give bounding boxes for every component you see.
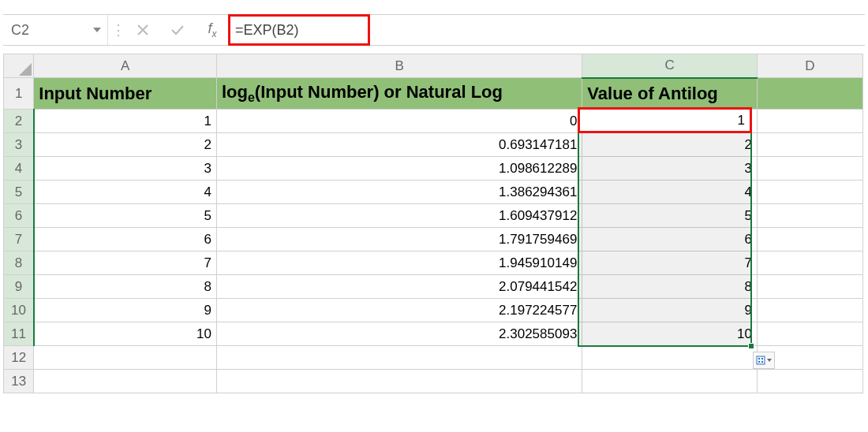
- fill-handle[interactable]: [748, 343, 754, 349]
- row-header-1[interactable]: 1: [4, 78, 34, 110]
- table-row: 431.0986122893: [4, 157, 863, 181]
- cell-C13[interactable]: [582, 370, 758, 393]
- table-row: 11102.30258509310: [4, 322, 863, 346]
- cell-D7[interactable]: [757, 228, 862, 251]
- cell-A11[interactable]: 10: [34, 322, 217, 346]
- cell-B2[interactable]: 0: [216, 110, 582, 133]
- col-header-C[interactable]: C: [582, 54, 758, 78]
- cell-C4[interactable]: 3: [582, 157, 758, 181]
- cell-B1[interactable]: loge(Input Number) or Natural Log: [216, 78, 582, 110]
- row-header-2[interactable]: 2: [4, 110, 34, 133]
- cell-B3[interactable]: 0.693147181: [216, 133, 582, 157]
- cell-C11[interactable]: 10: [582, 322, 758, 346]
- col-header-B[interactable]: B: [216, 54, 582, 78]
- row-header-4[interactable]: 4: [4, 157, 34, 181]
- cell-A2[interactable]: 1: [34, 110, 217, 133]
- svg-marker-0: [93, 28, 101, 32]
- name-box[interactable]: C2: [3, 15, 86, 45]
- row-header-6[interactable]: 6: [4, 204, 34, 228]
- cell-B7[interactable]: 1.791759469: [216, 228, 582, 251]
- cell-A9[interactable]: 8: [34, 275, 217, 299]
- cell-B4[interactable]: 1.098612289: [216, 157, 582, 181]
- cell-D6[interactable]: [757, 204, 862, 228]
- cell-C8[interactable]: 7: [582, 251, 758, 275]
- column-headers-row: A B C D: [4, 54, 863, 78]
- svg-rect-3: [761, 358, 763, 359]
- cell-C10[interactable]: 9: [582, 299, 758, 322]
- cell-B11[interactable]: 2.302585093: [216, 322, 582, 346]
- table-row: 13: [4, 370, 863, 393]
- cell-A1[interactable]: Input Number: [34, 78, 217, 110]
- row-header-8[interactable]: 8: [4, 251, 34, 275]
- row-header-5[interactable]: 5: [4, 181, 34, 204]
- cell-B5[interactable]: 1.386294361: [216, 181, 582, 204]
- cell-C6[interactable]: 5: [582, 204, 758, 228]
- table-row: 871.9459101497: [4, 251, 863, 275]
- row-header-13[interactable]: 13: [4, 370, 34, 393]
- row-header-11[interactable]: 11: [4, 322, 34, 346]
- col-header-A[interactable]: A: [34, 54, 217, 78]
- row-header-7[interactable]: 7: [4, 228, 34, 251]
- cell-D13[interactable]: [757, 370, 862, 393]
- row-header-12[interactable]: 12: [4, 346, 34, 370]
- cell-C3[interactable]: 2: [582, 133, 758, 157]
- cell-D2[interactable]: [757, 110, 862, 133]
- formula-input[interactable]: =EXP(B2): [235, 22, 299, 39]
- cell-C12[interactable]: [582, 346, 758, 370]
- cell-C1[interactable]: Value of Antilog: [582, 78, 758, 110]
- cell-D3[interactable]: [757, 133, 862, 157]
- cell-D4[interactable]: [757, 157, 862, 181]
- cell-B9[interactable]: 2.079441542: [216, 275, 582, 299]
- cell-B6[interactable]: 1.609437912: [216, 204, 582, 228]
- table-row: 651.6094379125: [4, 204, 863, 228]
- cancel-button[interactable]: [125, 15, 160, 45]
- row-header-9[interactable]: 9: [4, 275, 34, 299]
- cell-D9[interactable]: [757, 275, 862, 299]
- auto-fill-options-button[interactable]: [753, 352, 775, 369]
- enter-button[interactable]: [160, 15, 195, 45]
- table-row: 541.3862943614: [4, 181, 863, 204]
- table-row: 210: [4, 110, 863, 133]
- chevron-down-icon: [93, 28, 101, 32]
- log-label: log: [222, 82, 248, 102]
- formula-bar-grip: ⋮: [108, 15, 125, 45]
- row-header-10[interactable]: 10: [4, 299, 34, 322]
- svg-rect-1: [757, 356, 765, 364]
- cell-D11[interactable]: [757, 322, 862, 346]
- table-row: 1 Input Number loge(Input Number) or Nat…: [4, 78, 863, 110]
- svg-rect-4: [758, 361, 760, 363]
- row-header-3[interactable]: 3: [4, 133, 34, 157]
- cell-C2[interactable]: [582, 110, 758, 133]
- cell-B8[interactable]: 1.945910149: [216, 251, 582, 275]
- table-row: 761.7917594696: [4, 228, 863, 251]
- cell-D1[interactable]: [757, 78, 862, 110]
- cell-B13[interactable]: [216, 370, 582, 393]
- cell-A12[interactable]: [34, 346, 217, 370]
- cell-A10[interactable]: 9: [34, 299, 217, 322]
- autofill-options-icon: [756, 356, 765, 365]
- spreadsheet-grid[interactable]: A B C D 1 Input Number loge(Input Number…: [3, 54, 865, 393]
- cancel-x-icon: [137, 24, 149, 36]
- cell-C7[interactable]: 6: [582, 228, 758, 251]
- cell-B10[interactable]: 2.197224577: [216, 299, 582, 322]
- check-icon: [170, 24, 185, 36]
- cell-D10[interactable]: [757, 299, 862, 322]
- col-header-D[interactable]: D: [757, 54, 862, 78]
- cell-A8[interactable]: 7: [34, 251, 217, 275]
- log-subscript: e: [248, 91, 255, 104]
- cell-A5[interactable]: 4: [34, 181, 217, 204]
- name-box-dropdown[interactable]: [86, 15, 108, 45]
- insert-function-button[interactable]: fx: [195, 15, 230, 45]
- cell-A7[interactable]: 6: [34, 228, 217, 251]
- cell-C5[interactable]: 4: [582, 181, 758, 204]
- cell-A6[interactable]: 5: [34, 204, 217, 228]
- cell-D5[interactable]: [757, 181, 862, 204]
- cell-C9[interactable]: 8: [582, 275, 758, 299]
- cell-B12[interactable]: [216, 346, 582, 370]
- cell-A3[interactable]: 2: [34, 133, 217, 157]
- select-all-corner[interactable]: [4, 54, 34, 78]
- cell-A4[interactable]: 3: [34, 157, 217, 181]
- table-row: 982.0794415428: [4, 275, 863, 299]
- cell-D8[interactable]: [757, 251, 862, 275]
- cell-A13[interactable]: [34, 370, 217, 393]
